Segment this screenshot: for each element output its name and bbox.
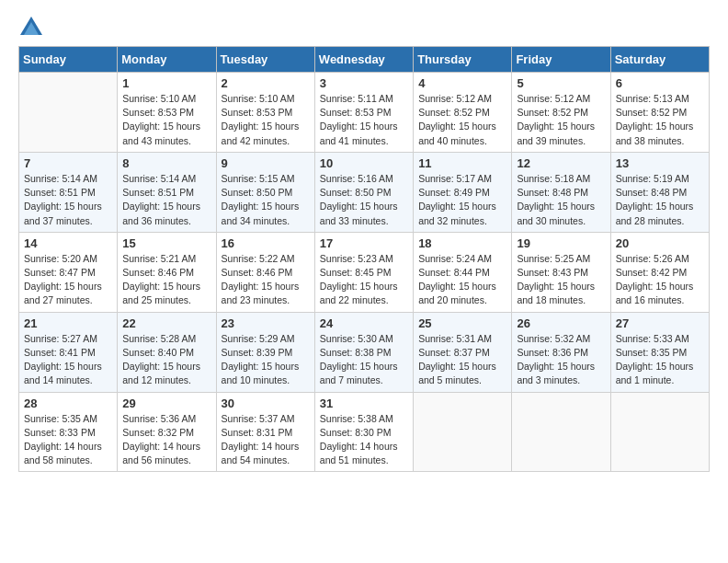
day-info: Sunrise: 5:36 AM Sunset: 8:32 PM Dayligh… bbox=[122, 412, 210, 468]
day-number: 19 bbox=[517, 236, 605, 250]
calendar-cell: 20Sunrise: 5:26 AM Sunset: 8:42 PM Dayli… bbox=[610, 232, 709, 312]
calendar-cell: 6Sunrise: 5:13 AM Sunset: 8:52 PM Daylig… bbox=[610, 73, 709, 153]
calendar-cell: 25Sunrise: 5:31 AM Sunset: 8:37 PM Dayli… bbox=[414, 312, 512, 392]
calendar-cell bbox=[19, 73, 118, 153]
day-number: 7 bbox=[24, 156, 112, 170]
calendar-cell: 16Sunrise: 5:22 AM Sunset: 8:46 PM Dayli… bbox=[216, 232, 314, 312]
logo bbox=[18, 15, 48, 40]
day-info: Sunrise: 5:19 AM Sunset: 8:48 PM Dayligh… bbox=[616, 172, 704, 228]
day-number: 10 bbox=[320, 156, 408, 170]
calendar-cell: 9Sunrise: 5:15 AM Sunset: 8:50 PM Daylig… bbox=[216, 152, 314, 232]
day-number: 21 bbox=[24, 316, 112, 330]
day-info: Sunrise: 5:27 AM Sunset: 8:41 PM Dayligh… bbox=[24, 332, 112, 388]
day-info: Sunrise: 5:14 AM Sunset: 8:51 PM Dayligh… bbox=[122, 172, 210, 228]
logo-icon bbox=[18, 15, 44, 40]
day-info: Sunrise: 5:10 AM Sunset: 8:53 PM Dayligh… bbox=[222, 92, 310, 148]
calendar-cell: 30Sunrise: 5:37 AM Sunset: 8:31 PM Dayli… bbox=[216, 392, 314, 472]
day-info: Sunrise: 5:26 AM Sunset: 8:42 PM Dayligh… bbox=[616, 252, 704, 308]
calendar-cell: 4Sunrise: 5:12 AM Sunset: 8:52 PM Daylig… bbox=[414, 73, 512, 153]
day-info: Sunrise: 5:32 AM Sunset: 8:36 PM Dayligh… bbox=[517, 332, 605, 388]
day-info: Sunrise: 5:22 AM Sunset: 8:46 PM Dayligh… bbox=[222, 252, 310, 308]
calendar-cell: 19Sunrise: 5:25 AM Sunset: 8:43 PM Dayli… bbox=[512, 232, 610, 312]
calendar-cell: 15Sunrise: 5:21 AM Sunset: 8:46 PM Dayli… bbox=[118, 232, 216, 312]
calendar-week: 1Sunrise: 5:10 AM Sunset: 8:53 PM Daylig… bbox=[19, 73, 710, 153]
calendar-cell bbox=[414, 392, 512, 472]
day-info: Sunrise: 5:14 AM Sunset: 8:51 PM Dayligh… bbox=[24, 172, 112, 228]
calendar-cell: 22Sunrise: 5:28 AM Sunset: 8:40 PM Dayli… bbox=[118, 312, 216, 392]
calendar-cell: 11Sunrise: 5:17 AM Sunset: 8:49 PM Dayli… bbox=[414, 152, 512, 232]
day-number: 17 bbox=[320, 236, 408, 250]
calendar-cell: 29Sunrise: 5:36 AM Sunset: 8:32 PM Dayli… bbox=[118, 392, 216, 472]
day-info: Sunrise: 5:31 AM Sunset: 8:37 PM Dayligh… bbox=[418, 332, 506, 388]
day-number: 23 bbox=[222, 316, 310, 330]
day-info: Sunrise: 5:25 AM Sunset: 8:43 PM Dayligh… bbox=[517, 252, 605, 308]
day-number: 6 bbox=[616, 76, 704, 90]
day-number: 16 bbox=[222, 236, 310, 250]
day-number: 4 bbox=[418, 76, 506, 90]
calendar-cell: 1Sunrise: 5:10 AM Sunset: 8:53 PM Daylig… bbox=[118, 73, 216, 153]
day-number: 18 bbox=[418, 236, 506, 250]
day-info: Sunrise: 5:24 AM Sunset: 8:44 PM Dayligh… bbox=[418, 252, 506, 308]
calendar-cell: 8Sunrise: 5:14 AM Sunset: 8:51 PM Daylig… bbox=[118, 152, 216, 232]
header-day: Wednesday bbox=[314, 47, 413, 73]
calendar-cell: 23Sunrise: 5:29 AM Sunset: 8:39 PM Dayli… bbox=[216, 312, 314, 392]
day-number: 28 bbox=[24, 396, 112, 410]
day-number: 30 bbox=[222, 396, 310, 410]
day-info: Sunrise: 5:18 AM Sunset: 8:48 PM Dayligh… bbox=[517, 172, 605, 228]
calendar-cell: 18Sunrise: 5:24 AM Sunset: 8:44 PM Dayli… bbox=[414, 232, 512, 312]
header-day: Thursday bbox=[414, 47, 512, 73]
calendar-cell: 26Sunrise: 5:32 AM Sunset: 8:36 PM Dayli… bbox=[512, 312, 610, 392]
day-info: Sunrise: 5:29 AM Sunset: 8:39 PM Dayligh… bbox=[222, 332, 310, 388]
calendar-cell bbox=[512, 392, 610, 472]
calendar-cell: 24Sunrise: 5:30 AM Sunset: 8:38 PM Dayli… bbox=[314, 312, 413, 392]
calendar-cell: 28Sunrise: 5:35 AM Sunset: 8:33 PM Dayli… bbox=[19, 392, 118, 472]
day-number: 29 bbox=[122, 396, 210, 410]
day-info: Sunrise: 5:11 AM Sunset: 8:53 PM Dayligh… bbox=[320, 92, 408, 148]
day-info: Sunrise: 5:21 AM Sunset: 8:46 PM Dayligh… bbox=[122, 252, 210, 308]
header-day: Friday bbox=[512, 47, 610, 73]
day-number: 11 bbox=[418, 156, 506, 170]
day-info: Sunrise: 5:15 AM Sunset: 8:50 PM Dayligh… bbox=[222, 172, 310, 228]
header-day: Sunday bbox=[19, 47, 118, 73]
calendar-cell: 13Sunrise: 5:19 AM Sunset: 8:48 PM Dayli… bbox=[610, 152, 709, 232]
calendar-cell: 10Sunrise: 5:16 AM Sunset: 8:50 PM Dayli… bbox=[314, 152, 413, 232]
calendar-table: SundayMondayTuesdayWednesdayThursdayFrid… bbox=[18, 46, 710, 472]
day-number: 20 bbox=[616, 236, 704, 250]
calendar-cell: 5Sunrise: 5:12 AM Sunset: 8:52 PM Daylig… bbox=[512, 73, 610, 153]
calendar-cell: 31Sunrise: 5:38 AM Sunset: 8:30 PM Dayli… bbox=[314, 392, 413, 472]
day-number: 13 bbox=[616, 156, 704, 170]
calendar-cell: 7Sunrise: 5:14 AM Sunset: 8:51 PM Daylig… bbox=[19, 152, 118, 232]
day-number: 31 bbox=[320, 396, 408, 410]
page: SundayMondayTuesdayWednesdayThursdayFrid… bbox=[0, 0, 728, 481]
day-info: Sunrise: 5:38 AM Sunset: 8:30 PM Dayligh… bbox=[320, 412, 408, 468]
day-info: Sunrise: 5:37 AM Sunset: 8:31 PM Dayligh… bbox=[222, 412, 310, 468]
day-number: 12 bbox=[517, 156, 605, 170]
calendar-week: 21Sunrise: 5:27 AM Sunset: 8:41 PM Dayli… bbox=[19, 312, 710, 392]
header bbox=[18, 15, 710, 40]
calendar-cell: 12Sunrise: 5:18 AM Sunset: 8:48 PM Dayli… bbox=[512, 152, 610, 232]
day-info: Sunrise: 5:35 AM Sunset: 8:33 PM Dayligh… bbox=[24, 412, 112, 468]
day-info: Sunrise: 5:16 AM Sunset: 8:50 PM Dayligh… bbox=[320, 172, 408, 228]
day-info: Sunrise: 5:20 AM Sunset: 8:47 PM Dayligh… bbox=[24, 252, 112, 308]
header-day: Tuesday bbox=[216, 47, 314, 73]
calendar-week: 7Sunrise: 5:14 AM Sunset: 8:51 PM Daylig… bbox=[19, 152, 710, 232]
calendar-week: 14Sunrise: 5:20 AM Sunset: 8:47 PM Dayli… bbox=[19, 232, 710, 312]
day-number: 22 bbox=[122, 316, 210, 330]
day-number: 3 bbox=[320, 76, 408, 90]
day-info: Sunrise: 5:23 AM Sunset: 8:45 PM Dayligh… bbox=[320, 252, 408, 308]
day-info: Sunrise: 5:12 AM Sunset: 8:52 PM Dayligh… bbox=[517, 92, 605, 148]
day-number: 9 bbox=[222, 156, 310, 170]
calendar-cell: 3Sunrise: 5:11 AM Sunset: 8:53 PM Daylig… bbox=[314, 73, 413, 153]
calendar-cell bbox=[610, 392, 709, 472]
day-info: Sunrise: 5:30 AM Sunset: 8:38 PM Dayligh… bbox=[320, 332, 408, 388]
day-number: 24 bbox=[320, 316, 408, 330]
calendar-cell: 21Sunrise: 5:27 AM Sunset: 8:41 PM Dayli… bbox=[19, 312, 118, 392]
calendar-cell: 14Sunrise: 5:20 AM Sunset: 8:47 PM Dayli… bbox=[19, 232, 118, 312]
day-number: 5 bbox=[517, 76, 605, 90]
day-info: Sunrise: 5:33 AM Sunset: 8:35 PM Dayligh… bbox=[616, 332, 704, 388]
day-info: Sunrise: 5:13 AM Sunset: 8:52 PM Dayligh… bbox=[616, 92, 704, 148]
header-day: Saturday bbox=[610, 47, 709, 73]
calendar-week: 28Sunrise: 5:35 AM Sunset: 8:33 PM Dayli… bbox=[19, 392, 710, 472]
header-row: SundayMondayTuesdayWednesdayThursdayFrid… bbox=[19, 47, 710, 73]
calendar-cell: 2Sunrise: 5:10 AM Sunset: 8:53 PM Daylig… bbox=[216, 73, 314, 153]
